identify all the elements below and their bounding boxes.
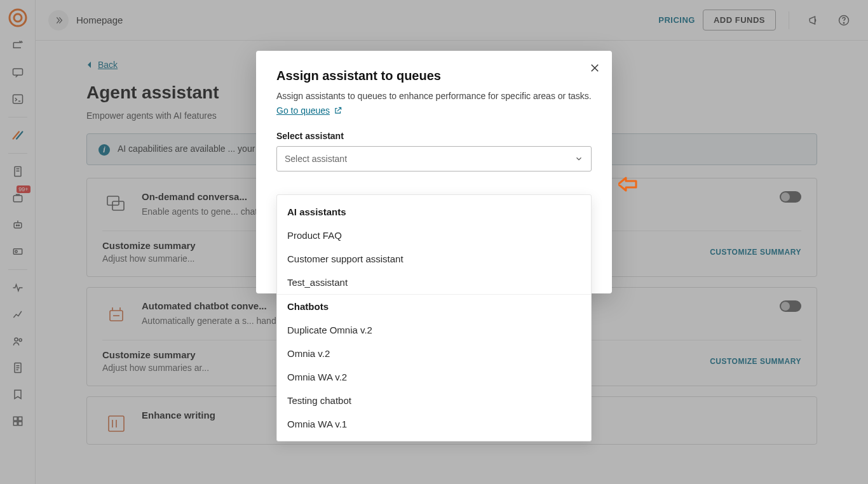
dropdown-group-ai: AI assistants — [277, 200, 591, 224]
dropdown-option[interactable]: Omnia WA v.2 — [277, 365, 591, 389]
assistant-dropdown-list: AI assistants Product FAQ Customer suppo… — [276, 194, 592, 441]
close-icon[interactable] — [589, 62, 600, 74]
go-to-queues-link[interactable]: Go to queues — [276, 105, 342, 116]
dropdown-option[interactable]: Test_assistant — [277, 271, 591, 294]
select-placeholder: Select assistant — [285, 154, 347, 164]
dropdown-option[interactable]: Testing chatbot — [277, 389, 591, 412]
dropdown-group-chatbots: Chatbots — [277, 295, 591, 318]
chevron-down-icon — [574, 154, 583, 163]
dropdown-option[interactable]: Omnia v.2 — [277, 342, 591, 365]
dropdown-option[interactable]: Product FAQ — [277, 224, 591, 247]
select-label: Select assistant — [276, 131, 592, 141]
link-label: Go to queues — [276, 105, 330, 116]
modal-title: Assign assistant to queues — [276, 69, 592, 83]
dropdown-option[interactable]: Duplicate Omnia v.2 — [277, 318, 591, 342]
dropdown-option[interactable]: Omnia WA v.1 — [277, 412, 591, 436]
dropdown-option[interactable]: Customer support assistant — [277, 247, 591, 271]
select-assistant-dropdown[interactable]: Select assistant — [276, 146, 592, 171]
modal-description: Assign assistants to queues to enhance p… — [276, 90, 592, 102]
external-link-icon — [334, 106, 342, 115]
callout-arrow-icon — [618, 177, 637, 192]
